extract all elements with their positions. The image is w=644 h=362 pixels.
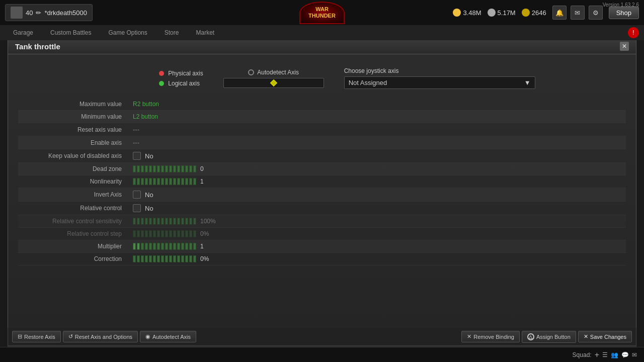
axis-slider-diamond <box>270 79 277 86</box>
label-enable-axis: Enable axis <box>18 136 129 149</box>
joystick-value: Not Assigned <box>349 79 387 86</box>
bar-seg <box>193 165 196 172</box>
bar-seg <box>169 178 172 185</box>
relative-control-checkbox[interactable] <box>133 204 141 212</box>
squad-add-icon[interactable]: + <box>595 350 599 359</box>
settings-icon[interactable]: ⚙ <box>589 6 603 20</box>
multiplier-slider[interactable]: 1 <box>133 243 622 250</box>
notification-icon[interactable]: 🔔 <box>552 6 567 20</box>
bar-seg <box>169 243 172 250</box>
keep-value-checkbox[interactable] <box>133 152 141 160</box>
squad-people-icon[interactable]: 👥 <box>611 351 618 358</box>
reset-axis-options-button[interactable]: ↺ Reset Axis and Options <box>63 331 138 342</box>
nav-custom-battles[interactable]: Custom Battles <box>42 27 99 38</box>
value-relative-control: No <box>129 202 626 215</box>
bar-seg <box>157 165 160 172</box>
table-row: Relative control No <box>18 202 626 215</box>
avatar <box>11 7 23 19</box>
label-multiplier: Multiplier <box>18 240 129 253</box>
nav-store[interactable]: Store <box>156 27 187 38</box>
dialog-title: Tank throttle <box>15 42 60 51</box>
squad-chat-icon[interactable]: 💬 <box>621 351 629 358</box>
bar-seg <box>169 165 172 172</box>
bar-seg <box>161 178 164 185</box>
table-row: Minimum value L2 button <box>18 111 626 123</box>
bar-seg <box>137 218 140 225</box>
nav-garage[interactable]: Garage <box>5 27 41 38</box>
value-dead-zone: 0 <box>129 163 626 175</box>
squad-mail-icon[interactable]: ✉ <box>632 351 637 358</box>
bar-seg <box>149 178 152 185</box>
restore-axis-button[interactable]: ⊟ Restore Axis <box>12 331 61 342</box>
bar-seg <box>153 230 156 237</box>
save-changes-button[interactable]: ✕ Save Changes <box>578 331 632 342</box>
squad-list-icon[interactable]: ☰ <box>602 351 608 358</box>
autodetect-row[interactable]: Autodetect Axis <box>248 69 299 76</box>
physical-axis-row: Physical axis <box>159 70 203 77</box>
bar-seg <box>137 165 140 172</box>
relative-control-label: No <box>145 205 153 212</box>
multiplier-value: 1 <box>200 243 215 250</box>
axis-section: Physical axis Logical axis Autodetect Ax… <box>68 62 626 98</box>
label-maximum-value: Maximum value <box>18 98 129 111</box>
mail-icon[interactable]: ✉ <box>571 6 585 20</box>
bar-seg <box>181 165 184 172</box>
bar-seg <box>137 230 140 237</box>
correction-slider[interactable]: 0% <box>133 255 622 262</box>
table-row: Dead zone <box>18 163 626 175</box>
label-reset-axis: Reset axis value <box>18 123 129 136</box>
bar-seg <box>177 165 180 172</box>
bar-seg <box>133 255 136 262</box>
bar-seg <box>137 178 140 185</box>
bar-seg <box>185 178 188 185</box>
value-invert-axis: No <box>129 188 626 202</box>
bar-seg <box>193 230 196 237</box>
player-badge[interactable]: 40 ✏ *drkdeath5000 <box>5 4 93 21</box>
premium-icon <box>522 9 530 17</box>
bar-seg <box>165 255 168 262</box>
settings-table: Maximum value R2 button Minimum value L2… <box>18 98 626 265</box>
restore-axis-icon: ⊟ <box>18 333 22 340</box>
nav-market[interactable]: Market <box>188 27 222 38</box>
dead-zone-value: 0 <box>200 165 215 172</box>
bar-seg <box>189 178 192 185</box>
dialog-content: Physical axis Logical axis Autodetect Ax… <box>8 54 636 274</box>
label-minimum-value: Minimum value <box>18 111 129 123</box>
bar-seg <box>133 230 136 237</box>
top-bar-right: 3.48M 5.17M 2646 🔔 ✉ ⚙ Shop <box>453 6 639 20</box>
bar-seg <box>169 218 172 225</box>
bar-seg <box>145 178 148 185</box>
dead-zone-track <box>133 165 196 172</box>
keep-value-label: No <box>145 152 153 160</box>
table-row: Invert Axis No <box>18 188 626 202</box>
dialog-close-button[interactable]: ✕ <box>620 42 629 51</box>
bar-seg <box>165 230 168 237</box>
shop-button[interactable]: Shop <box>609 7 639 19</box>
nonlinearity-slider[interactable]: 1 <box>133 178 622 185</box>
autodetect-axis-button[interactable]: ◉ Autodetect Axis <box>140 331 196 342</box>
table-row: Maximum value R2 button <box>18 98 626 111</box>
assign-button-button[interactable]: △ Assign Button <box>522 331 576 343</box>
bar-seg <box>141 243 144 250</box>
bar-seg <box>141 165 144 172</box>
bar-seg <box>149 218 152 225</box>
autodetect-radio[interactable] <box>248 69 254 75</box>
bar-seg <box>157 255 160 262</box>
bar-seg <box>165 165 168 172</box>
label-keep-value: Keep value of disabled axis <box>18 149 129 163</box>
save-icon: ✕ <box>584 333 588 340</box>
bar-seg <box>185 230 188 237</box>
axis-slider <box>223 78 324 88</box>
physical-axis-label: Physical axis <box>168 70 203 77</box>
dead-zone-slider[interactable]: 0 <box>133 165 622 172</box>
bar-seg <box>177 255 180 262</box>
remove-binding-button[interactable]: ✕ Remove Binding <box>461 331 520 342</box>
alert-icon: ! <box>628 27 639 38</box>
value-minimum-value: L2 button <box>129 111 626 123</box>
nav-game-options[interactable]: Game Options <box>100 27 155 38</box>
joystick-dropdown[interactable]: Not Assigned ▼ <box>344 76 535 89</box>
label-invert-axis: Invert Axis <box>18 188 129 202</box>
invert-axis-checkbox[interactable] <box>133 191 141 199</box>
squad-label: Squad: <box>573 351 592 358</box>
bar-seg <box>189 165 192 172</box>
